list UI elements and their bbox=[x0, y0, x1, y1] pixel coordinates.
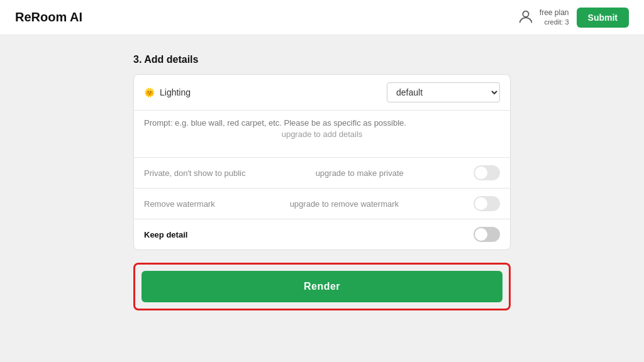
render-area: Render bbox=[133, 263, 511, 310]
content-area: 3. Add details 🌞 Lighting default warm c… bbox=[133, 54, 511, 310]
lighting-row: 🌞 Lighting default warm cool natural dra… bbox=[134, 75, 510, 111]
keep-detail-toggle[interactable] bbox=[474, 227, 500, 242]
main-content: 3. Add details 🌞 Lighting default warm c… bbox=[0, 35, 644, 329]
watermark-upgrade-text: upgrade to remove watermark bbox=[215, 199, 474, 209]
keep-detail-row: Keep detail bbox=[134, 219, 510, 250]
private-toggle[interactable] bbox=[474, 165, 500, 180]
lighting-text: Lighting bbox=[160, 87, 191, 97]
submit-button[interactable]: Submit bbox=[577, 8, 629, 28]
svg-point-0 bbox=[523, 11, 528, 17]
keep-detail-label: Keep detail bbox=[144, 230, 187, 239]
user-icon bbox=[517, 8, 535, 26]
lighting-select[interactable]: default warm cool natural dramatic bbox=[387, 82, 500, 102]
credit-label: credit: 3 bbox=[540, 18, 569, 26]
prompt-textarea[interactable] bbox=[134, 111, 510, 155]
user-info: free plan credit: 3 bbox=[517, 8, 569, 27]
watermark-label: Remove watermark bbox=[144, 199, 215, 209]
lighting-icon: 🌞 bbox=[144, 87, 155, 97]
private-row: Private, don't show to public upgrade to… bbox=[134, 158, 510, 189]
header-right: free plan credit: 3 Submit bbox=[517, 8, 629, 28]
render-button[interactable]: Render bbox=[142, 271, 502, 302]
details-panel: 🌞 Lighting default warm cool natural dra… bbox=[133, 74, 511, 250]
private-label: Private, don't show to public bbox=[144, 168, 245, 178]
private-label-area: Private, don't show to public bbox=[144, 168, 245, 178]
watermark-toggle[interactable] bbox=[474, 196, 500, 211]
section-title: 3. Add details bbox=[133, 54, 511, 65]
plan-info: free plan credit: 3 bbox=[540, 8, 569, 27]
prompt-row: upgrade to add details bbox=[134, 111, 510, 158]
watermark-label-area: Remove watermark bbox=[144, 199, 215, 209]
keep-detail-label-area: Keep detail bbox=[144, 230, 187, 239]
header: ReRoom AI free plan credit: 3 Submit bbox=[0, 0, 644, 35]
logo: ReRoom AI bbox=[15, 10, 82, 25]
watermark-row: Remove watermark upgrade to remove water… bbox=[134, 189, 510, 219]
plan-label: free plan bbox=[540, 8, 569, 18]
lighting-label: 🌞 Lighting bbox=[144, 87, 191, 97]
private-upgrade-text: upgrade to make private bbox=[245, 168, 474, 178]
